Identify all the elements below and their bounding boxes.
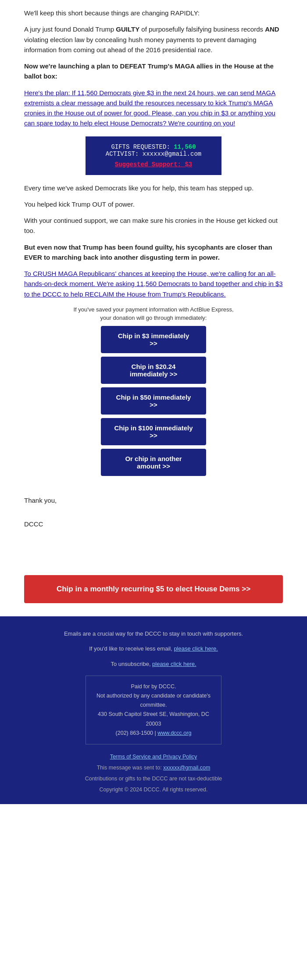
donate-buttons-group: Chip in $3 immediately >> Chip in $20.24…	[24, 326, 283, 476]
donate-btn-50[interactable]: Chip in $50 immediately >>	[101, 387, 206, 415]
main-link-2[interactable]: To CRUSH MAGA Republicans' chances at ke…	[24, 270, 283, 298]
paid-by: Paid for by DCCC.	[93, 682, 214, 691]
gifts-requested-line: GIFTS REQUESTED: 11,560	[94, 143, 213, 150]
para1: A jury just found Donald Trump GUILTY of…	[24, 24, 283, 55]
sent-to-email[interactable]: xxxxxx@gmail.com	[163, 765, 210, 771]
phone: (202) 863-1500 |	[116, 730, 158, 736]
para1-pre: A jury just found Donald Trump	[24, 25, 116, 33]
activist-label: ACTIVIST:	[106, 150, 139, 157]
para1-bold2: AND	[265, 25, 279, 33]
monthly-bar[interactable]: Chip in a monthly recurring $5 to elect …	[24, 575, 283, 603]
link-para2[interactable]: To CRUSH MAGA Republicans' chances at ke…	[24, 268, 283, 299]
thank-section: Thank you, DCCC	[0, 487, 307, 562]
footer-line1: Emails are a crucial way for the DCCC to…	[18, 629, 289, 638]
footer-less-email: If you'd like to receive less email, ple…	[18, 644, 289, 653]
gifts-number: 11,560	[174, 143, 196, 150]
para2-bold: Now we're launching a plan to DEFEAT Tru…	[24, 62, 274, 80]
para4: You helped kick Trump OUT of power.	[24, 199, 283, 209]
gifts-box: GIFTS REQUESTED: 11,560 ACTIVIST: xxxxxx…	[86, 136, 221, 175]
footer-sent-to: This message was sent to: xxxxxx@gmail.c…	[18, 762, 289, 773]
para1-post: violating election law by concealing hus…	[24, 36, 256, 54]
thank-you: Thank you,	[24, 495, 283, 505]
not-authorized: Not authorized by any candidate or candi…	[93, 691, 214, 710]
para6-bold: But even now that Trump has been found g…	[24, 243, 272, 261]
phone-website: (202) 863-1500 | www.dccc.org	[93, 729, 214, 738]
address: 430 South Capitol Street SE, Washington,…	[93, 710, 214, 729]
footer-copyright: Copyright © 2024 DCCC. All rights reserv…	[18, 784, 289, 795]
express-note-line2: your donation will go through immediatel…	[100, 315, 207, 321]
intro-para: We'll keep this short because things are…	[24, 8, 283, 18]
activist-line: ACTIVIST: xxxxxx@gmail.com	[94, 150, 213, 157]
monthly-btn[interactable]: Chip in a monthly recurring $5 to elect …	[57, 585, 250, 593]
express-note: If you've saved your payment information…	[24, 305, 283, 322]
donate-btn-100[interactable]: Chip in $100 immediately >>	[101, 418, 206, 445]
website-link[interactable]: www.dccc.org	[157, 730, 191, 736]
activist-email: xxxxxx@gmail.com	[143, 150, 201, 157]
para5: With your continued support, we can make…	[24, 215, 283, 236]
footer-unsub: To unsubscribe, please click here.	[18, 660, 289, 669]
para2: Now we're launching a plan to DEFEAT Tru…	[24, 61, 283, 82]
donate-btn-3[interactable]: Chip in $3 immediately >>	[101, 326, 206, 353]
para1-mid: of purposefully falsifying business reco…	[139, 25, 265, 33]
paid-box: Paid for by DCCC. Not authorized by any …	[86, 676, 221, 745]
suggested-support: Suggested Support: $3	[94, 161, 213, 168]
para1-bold1: GUILTY	[116, 25, 139, 33]
signature: DCCC	[24, 519, 283, 529]
footer-unsub-link[interactable]: please click here.	[152, 661, 196, 667]
footer-unsub-pre: To unsubscribe,	[111, 661, 152, 667]
main-link-1[interactable]: Here's the plan: If 11,560 Democrats giv…	[24, 89, 275, 127]
footer: Emails are a crucial way for the DCCC to…	[0, 616, 307, 804]
footer-bottom: Terms of Service and Privacy Policy This…	[18, 751, 289, 795]
donate-btn-2024[interactable]: Chip in $20.24 immediately >>	[101, 357, 206, 384]
express-note-line1: If you've saved your payment information…	[73, 306, 233, 313]
footer-less-email-link[interactable]: please click here.	[174, 645, 218, 652]
gifts-label: GIFTS REQUESTED:	[111, 143, 170, 150]
donate-btn-other[interactable]: Or chip in another amount >>	[101, 449, 206, 476]
link-para1[interactable]: Here's the plan: If 11,560 Democrats giv…	[24, 88, 283, 129]
para6: But even now that Trump has been found g…	[24, 242, 283, 263]
footer-tax-note: Contributions or gifts to the DCCC are n…	[18, 773, 289, 784]
para3: Every time we've asked Democrats like yo…	[24, 183, 283, 193]
footer-less-email-pre: If you'd like to receive less email,	[89, 645, 174, 652]
footer-terms[interactable]: Terms of Service and Privacy Policy	[18, 751, 289, 762]
sent-to-pre: This message was sent to:	[97, 765, 163, 771]
terms-link[interactable]: Terms of Service and Privacy Policy	[110, 754, 197, 760]
